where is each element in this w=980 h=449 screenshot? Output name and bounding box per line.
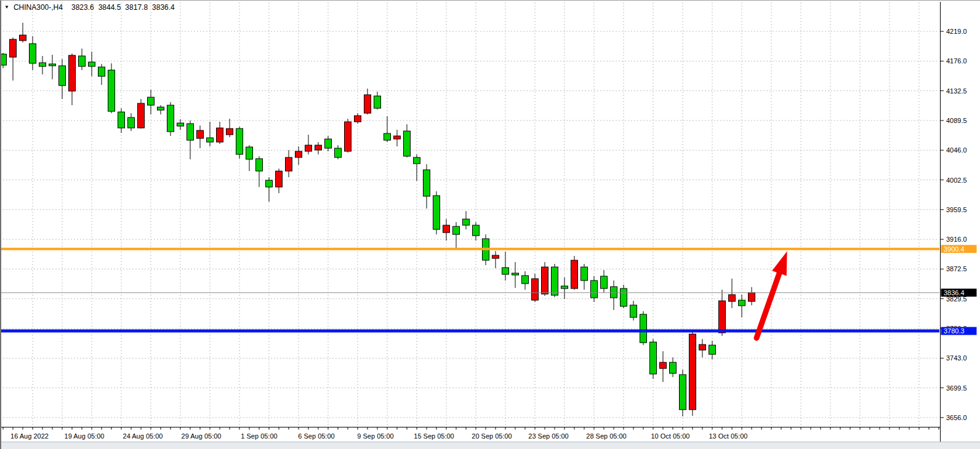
x-axis-label: 29 Aug 05:00 (182, 432, 222, 440)
x-axis-label: 9 Sep 05:00 (357, 432, 393, 440)
x-axis-label: 13 Oct 05:00 (709, 432, 748, 440)
symbol-dropdown-icon[interactable]: ▼ (4, 4, 9, 11)
candle-down (670, 357, 677, 377)
candle-down (118, 108, 125, 133)
time-axis[interactable]: 16 Aug 202219 Aug 05:0024 Aug 05:0029 Au… (1, 427, 941, 440)
candle-up (138, 99, 145, 129)
candle-down (424, 164, 430, 209)
candle-down (89, 52, 95, 76)
y-axis-label: 3699.5 (946, 384, 967, 392)
candle-down (601, 270, 608, 293)
x-axis-label: 20 Sep 05:00 (472, 432, 512, 440)
x-axis-label: 24 Aug 05:00 (123, 432, 163, 440)
candle-down (522, 271, 529, 290)
candle-up (315, 142, 322, 154)
candle-down (59, 59, 66, 99)
candle-up (719, 290, 726, 336)
candle-down (739, 295, 745, 317)
candle-down (158, 105, 164, 114)
candle-down (463, 211, 470, 229)
candle-down (640, 311, 647, 345)
candle-up (571, 256, 578, 290)
y-axis-label: 4046.0 (946, 146, 967, 154)
svg-text:3780.3: 3780.3 (944, 327, 965, 335)
ohlc-high: 3844.5 (98, 3, 121, 12)
candle-up (689, 331, 696, 416)
candle-up (699, 339, 706, 357)
candle-down (49, 55, 56, 79)
candle-down (167, 102, 174, 136)
candle-down (414, 154, 420, 181)
candle-up (355, 113, 361, 124)
candle-up (10, 38, 17, 81)
y-axis-label: 3743.0 (946, 354, 967, 362)
candle-up (660, 351, 667, 382)
resistance-price-badge: 3900.4 (941, 245, 977, 253)
candle-down (177, 119, 184, 130)
candle-down (246, 145, 253, 171)
candle-down (650, 339, 657, 379)
candle-up (20, 23, 26, 42)
candle-down (236, 127, 243, 159)
candle-down (187, 121, 194, 159)
up-arrow-annotation[interactable] (757, 252, 787, 338)
y-axis-label: 3872.5 (946, 265, 967, 272)
candle-down (404, 124, 411, 157)
candle-up (217, 122, 223, 144)
candle-down (453, 222, 460, 250)
candle-up (345, 119, 351, 153)
candle-up (749, 287, 755, 306)
price-axis[interactable]: 4219.04176.04132.54089.54046.04002.53959… (940, 2, 967, 443)
candle-down (581, 264, 588, 290)
candle-down (325, 136, 332, 151)
support-price-badge: 3780.3 (941, 327, 977, 335)
candle-down (207, 122, 214, 146)
candle-down (621, 285, 627, 308)
candle-down (79, 49, 86, 70)
candle-up (69, 54, 76, 105)
candle-down (502, 252, 509, 280)
y-axis-label: 4132.5 (946, 87, 967, 95)
candle-down (256, 156, 263, 187)
candles (0, 23, 755, 416)
candle-up (729, 279, 736, 308)
last-price-price-badge: 3836.4 (941, 288, 977, 296)
candle-down (108, 63, 115, 113)
candle-up (364, 89, 371, 114)
y-axis-label: 3656.0 (946, 414, 967, 421)
candle-down (709, 341, 716, 359)
window-bottom-strip (0, 442, 980, 449)
candle-down (384, 116, 391, 142)
candle-up (286, 150, 292, 177)
candle-down (98, 64, 105, 85)
candle-up (276, 169, 283, 193)
candle-down (611, 280, 617, 310)
x-axis-label: 16 Aug 2022 (10, 432, 49, 440)
y-axis-label: 3959.5 (946, 206, 967, 213)
candle-down (552, 264, 558, 297)
y-axis-label: 4089.5 (946, 117, 967, 124)
candle-down (39, 56, 46, 74)
candle-down (30, 36, 36, 70)
x-axis-label: 10 Oct 05:00 (651, 432, 690, 440)
chart-canvas[interactable]: 4219.04176.04132.54089.54046.04002.53959… (0, 1, 980, 449)
ohlc-low: 3817.8 (125, 3, 148, 12)
candle-up (305, 135, 312, 154)
candle-down (561, 277, 568, 299)
candle-down (433, 191, 440, 234)
svg-text:3900.4: 3900.4 (944, 245, 965, 253)
candle-down (680, 370, 686, 416)
candle-down (630, 301, 637, 320)
y-axis-label: 4176.0 (946, 57, 967, 65)
y-axis-label: 4219.0 (946, 28, 967, 35)
chart-window[interactable]: 4219.04176.04132.54089.54046.04002.53959… (0, 1, 980, 449)
x-axis-label: 28 Sep 05:00 (586, 432, 626, 440)
window-left-border (0, 1, 1, 449)
y-axis-label: 4002.5 (946, 177, 967, 184)
candle-down (128, 113, 135, 131)
candle-down (591, 276, 598, 302)
candle-up (295, 146, 302, 165)
candle-down (148, 90, 155, 114)
candle-up (394, 130, 401, 146)
x-axis-label: 19 Aug 05:00 (65, 432, 105, 440)
